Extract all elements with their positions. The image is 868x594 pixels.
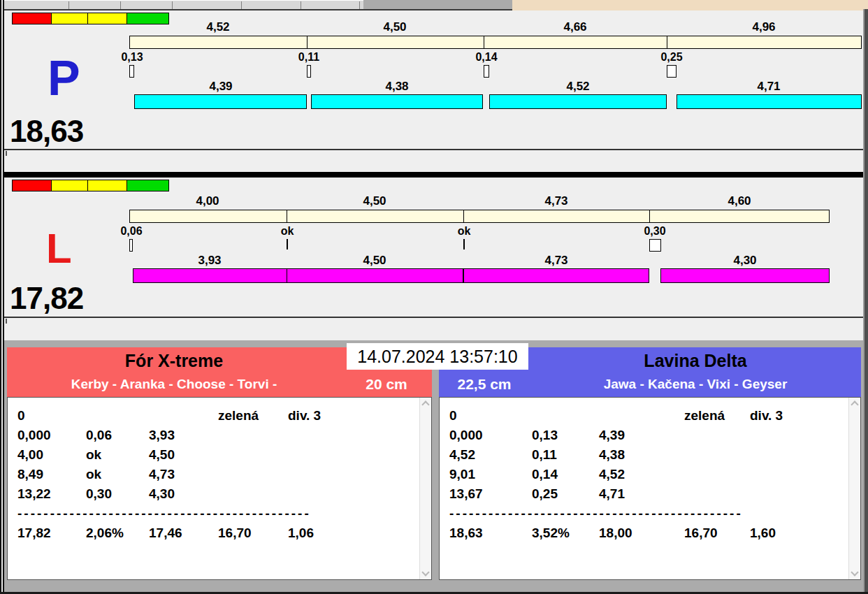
run-time-label: 3,93 bbox=[168, 254, 252, 268]
table-cell: 0,000 bbox=[17, 426, 86, 445]
lane-panel-right: P 18,63 4,520,134,394,500,114,384,660,14… bbox=[4, 10, 863, 150]
run-time-label: 4,38 bbox=[355, 80, 439, 94]
traffic-cell-2 bbox=[88, 180, 127, 191]
run-time-label: 4,39 bbox=[179, 80, 263, 94]
split-time-label: 4,52 bbox=[176, 20, 260, 34]
table-body[interactable]: 0zelenádiv. 30,0000,063,934,00ok4,508,49… bbox=[8, 398, 419, 579]
table-cell bbox=[149, 406, 218, 426]
table-cell: 1,60 bbox=[750, 523, 848, 543]
changeover-box bbox=[129, 65, 134, 78]
table-cell: 13,67 bbox=[449, 484, 532, 504]
table-cell: 0,30 bbox=[86, 484, 149, 504]
table-row: 18,633,52%18,0016,701,60 bbox=[440, 523, 848, 543]
lane-letter: P bbox=[48, 54, 80, 103]
split-time-label: 4,73 bbox=[514, 194, 598, 208]
table-cell: div. 3 bbox=[288, 406, 419, 426]
split-time-label: 4,96 bbox=[722, 20, 806, 34]
table-scrollbar[interactable] bbox=[419, 398, 431, 579]
table-cell bbox=[86, 406, 149, 426]
scroll-up-icon[interactable] bbox=[421, 400, 429, 408]
table-cell: zelená bbox=[684, 406, 750, 426]
background-window-strip-dark bbox=[363, 0, 512, 9]
table-cell: 0,11 bbox=[532, 445, 599, 465]
changeover-label: 0,30 bbox=[613, 225, 697, 238]
changeover-label: 0,25 bbox=[630, 51, 714, 64]
team-jump-height: 22,5 cm bbox=[439, 376, 530, 393]
table-cell: 13,22 bbox=[17, 484, 86, 504]
lane-panel-left: L 17,82 4,000,063,934,50ok4,504,73ok4,73… bbox=[4, 178, 863, 318]
traffic-cell-3 bbox=[127, 180, 168, 191]
run-time-label: 4,50 bbox=[333, 254, 417, 268]
table-row: 4,520,114,38 bbox=[440, 445, 848, 465]
table-cell: div. 3 bbox=[750, 406, 848, 426]
run-time-label: 4,52 bbox=[536, 80, 620, 94]
table-cell: 2,06% bbox=[86, 523, 149, 543]
run-time-bar bbox=[287, 268, 463, 283]
split-time-label: 4,50 bbox=[333, 194, 417, 208]
table-cell: 16,70 bbox=[218, 523, 288, 543]
table-cell: 16,70 bbox=[684, 523, 750, 543]
split-divider bbox=[667, 36, 667, 49]
table-cell: 4,38 bbox=[599, 445, 684, 465]
table-cell: 4,39 bbox=[599, 426, 684, 445]
table-row: 0,0000,063,93 bbox=[8, 426, 419, 445]
lane-letter: L bbox=[46, 228, 72, 270]
scroll-down-icon[interactable] bbox=[421, 568, 429, 576]
changeover-box bbox=[129, 239, 133, 252]
table-cell: 4,50 bbox=[149, 445, 218, 465]
table-cell: 0,13 bbox=[532, 426, 599, 445]
background-window-strip bbox=[0, 0, 363, 9]
table-cell: 4,73 bbox=[149, 465, 218, 484]
table-row: 0,0000,134,39 bbox=[440, 426, 848, 445]
traffic-light bbox=[12, 180, 169, 191]
run-time-bar bbox=[677, 94, 862, 109]
table-row: 0zelenádiv. 3 bbox=[8, 406, 419, 426]
team-dogs: Kerby - Aranka - Choose - Torvi - bbox=[7, 377, 341, 392]
table-cell: 0 bbox=[17, 406, 86, 426]
changeover-label: 0,06 bbox=[89, 225, 173, 238]
run-time-bar bbox=[489, 94, 667, 109]
table-cell: 18,63 bbox=[449, 523, 532, 543]
table-body[interactable]: 0zelenádiv. 30,0000,134,394,520,114,389,… bbox=[440, 398, 848, 579]
table-cell: 4,71 bbox=[599, 484, 684, 504]
split-time-label: 4,50 bbox=[353, 20, 437, 34]
strip-divider bbox=[120, 1, 121, 9]
table-cell: 4,52 bbox=[449, 445, 532, 465]
table-cell: 9,01 bbox=[449, 465, 532, 484]
split-time-label: 4,60 bbox=[697, 194, 781, 208]
run-time-label: 4,73 bbox=[514, 254, 598, 268]
changeover-label: ok bbox=[245, 225, 329, 238]
team-jump-height: 20 cm bbox=[341, 376, 432, 393]
strip-divider bbox=[241, 1, 242, 9]
table-cell: 17,46 bbox=[149, 523, 218, 543]
traffic-cell-0 bbox=[13, 180, 52, 191]
window-left-border bbox=[0, 0, 4, 594]
background-window-peach bbox=[512, 0, 868, 10]
table-cell: 4,00 bbox=[17, 445, 86, 465]
split-bar-track bbox=[129, 210, 830, 223]
table-row: 13,220,304,30 bbox=[8, 484, 419, 504]
scroll-up-icon[interactable] bbox=[851, 400, 858, 408]
results-section: 14.07.2024 13:57:10 Fór X-treme Kerby - … bbox=[4, 340, 863, 594]
strip-divider bbox=[359, 1, 360, 9]
table-cell: ok bbox=[86, 465, 149, 484]
table-cell: 4,30 bbox=[149, 484, 218, 504]
lane-divider-bar bbox=[4, 172, 863, 178]
run-time-bar bbox=[311, 94, 483, 109]
flyball-timing-window: P 18,63 4,520,134,394,500,114,384,660,14… bbox=[0, 0, 868, 594]
changeover-ok-tick bbox=[287, 239, 288, 249]
table-scrollbar[interactable] bbox=[848, 398, 860, 579]
datetime-box: 14.07.2024 13:57:10 bbox=[347, 343, 528, 370]
strip-divider bbox=[301, 1, 301, 9]
table-cell: 0 bbox=[449, 406, 532, 426]
traffic-cell-1 bbox=[52, 13, 88, 24]
table-cell bbox=[532, 406, 599, 426]
traffic-cell-2 bbox=[88, 13, 127, 24]
table-cell: 0,06 bbox=[86, 426, 149, 445]
scroll-down-icon[interactable] bbox=[851, 568, 858, 576]
strip-divider bbox=[68, 1, 69, 9]
window-right-border bbox=[863, 9, 868, 594]
lane-total-time: 17,82 bbox=[10, 282, 83, 314]
strip-divider bbox=[172, 1, 173, 9]
table-row: 9,010,144,52 bbox=[440, 465, 848, 484]
